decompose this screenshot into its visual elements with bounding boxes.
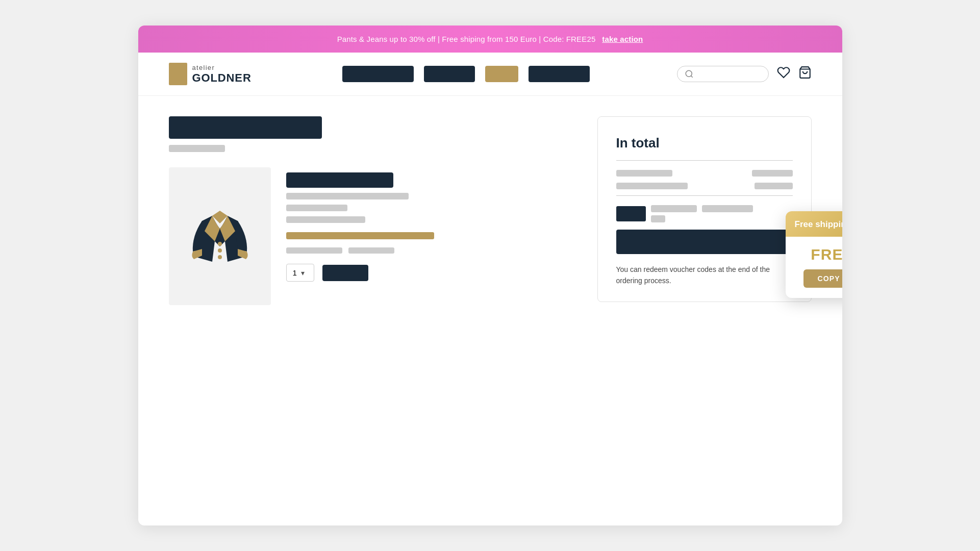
quantity-select[interactable]: 1 ▾ [286,264,314,282]
right-section: In total [597,116,812,305]
order-total-sub [651,215,665,222]
popup-body: FREE25 COPY CODE [786,237,842,298]
left-section: 1 ▾ [169,116,577,305]
svg-line-1 [691,76,692,77]
svg-point-0 [686,70,692,77]
wishlist-icon[interactable] [777,66,790,82]
page-title [169,116,322,139]
logo-square [169,63,187,85]
logo-eyebrow: atelier [192,64,252,71]
order-total-badges [651,205,753,212]
product-blazer-icon [187,195,253,277]
product-sub-1 [286,247,342,254]
chevron-down-icon: ▾ [301,269,305,277]
quantity-delete-row: 1 ▾ [286,264,577,282]
voucher-info: You can redeem voucher codes at the end … [616,264,793,286]
order-total-row [616,205,793,222]
nav-item-4[interactable] [529,66,590,82]
order-total-badge [616,206,646,221]
order-total-value-1 [651,205,697,212]
order-row-2-label [616,183,688,189]
checkout-button[interactable] [616,230,793,254]
search-icon [685,69,694,79]
cart-icon[interactable] [798,66,812,82]
product-progress-bar [286,232,434,239]
order-total-value-2 [702,205,753,212]
order-summary-card: In total [597,116,812,302]
product-card: 1 ▾ [169,167,577,305]
order-row-1-label [616,170,672,177]
nav-item-2[interactable] [424,66,475,82]
promo-banner: Pants & Jeans up to 30% off | Free shipi… [138,26,842,53]
svg-point-3 [218,242,222,246]
product-progress-sub [286,247,577,254]
header: atelier GOLDNER [138,53,842,96]
order-row-1-value [752,170,793,177]
copy-code-button[interactable]: COPY CODE [803,269,842,288]
product-desc-1 [286,193,409,199]
product-details: 1 ▾ [286,167,577,282]
product-desc-3 [286,216,365,223]
shipping-popup: Free shipping × FREE25 COPY CODE [786,211,842,298]
main-content: 1 ▾ In total [138,96,842,325]
order-divider-1 [616,160,793,161]
quantity-value: 1 [293,268,297,277]
order-row-2 [616,183,793,189]
product-image [169,167,271,305]
order-row-1 [616,170,793,177]
product-sub-2 [348,247,394,254]
svg-point-4 [218,248,222,253]
main-nav [276,66,657,82]
nav-item-3[interactable] [485,66,518,82]
order-row-2-value [755,183,793,189]
order-divider-2 [616,195,793,196]
search-bar[interactable] [677,66,769,82]
popup-title: Free shipping [795,219,842,230]
popup-code: FREE25 [811,246,842,263]
product-name-bar [286,172,393,188]
nav-item-1[interactable] [342,66,414,82]
popup-header: Free shipping × [786,211,842,237]
promo-cta[interactable]: take action [602,35,643,43]
order-summary-title: In total [616,135,793,151]
logo-text: atelier GOLDNER [192,64,252,85]
logo-name: GOLDNER [192,71,252,85]
svg-point-5 [218,255,222,259]
logo[interactable]: atelier GOLDNER [169,63,256,85]
delete-button[interactable] [322,265,368,281]
promo-text: Pants & Jeans up to 30% off | Free shipi… [337,35,596,43]
page-subtitle [169,145,225,152]
header-icons [677,66,812,82]
product-desc-2 [286,205,347,211]
